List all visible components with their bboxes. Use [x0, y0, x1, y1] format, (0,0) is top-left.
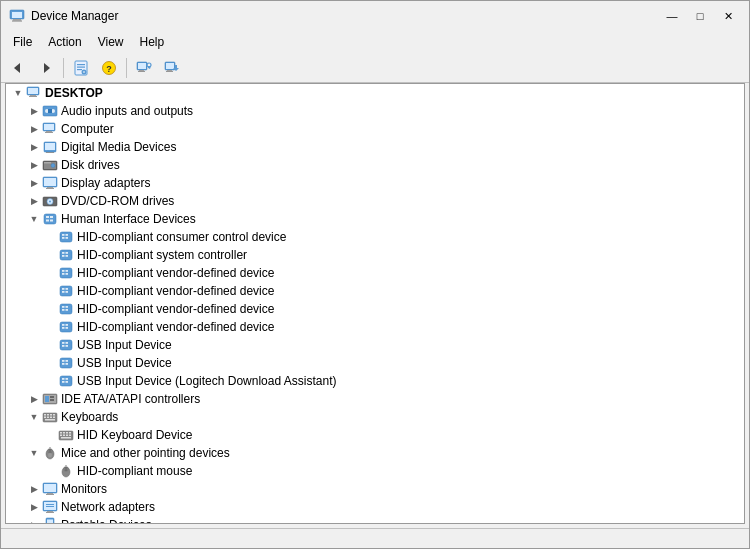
- window-title: Device Manager: [31, 9, 118, 23]
- menu-action[interactable]: Action: [40, 33, 89, 51]
- close-button[interactable]: ✕: [715, 7, 741, 25]
- tree-item-keyboards[interactable]: Keyboards: [6, 408, 744, 426]
- tree-item-hid-consumer[interactable]: HID-compliant consumer control device: [6, 228, 744, 246]
- tree-item-network[interactable]: Network adapters: [6, 498, 744, 516]
- usb-logitech-icon: [58, 373, 74, 389]
- tree-item-audio[interactable]: Audio inputs and outputs: [6, 102, 744, 120]
- tree-item-usb-input-1[interactable]: USB Input Device: [6, 336, 744, 354]
- hid-vendor-icon-2: [58, 283, 74, 299]
- status-bar: [1, 528, 749, 548]
- expand-ide[interactable]: [26, 391, 42, 407]
- tree-item-display[interactable]: Display adapters: [6, 174, 744, 192]
- svg-rect-77: [62, 309, 65, 311]
- svg-rect-51: [50, 216, 53, 218]
- digital-media-label: Digital Media Devices: [61, 140, 744, 154]
- tree-item-portable[interactable]: Portable Devices: [6, 516, 744, 524]
- disk-label: Disk drives: [61, 158, 744, 172]
- tree-item-mice[interactable]: Mice and other pointing devices: [6, 444, 744, 462]
- expand-desktop[interactable]: [10, 85, 26, 101]
- svg-rect-78: [66, 309, 69, 311]
- svg-rect-105: [44, 414, 46, 416]
- svg-rect-86: [66, 342, 69, 344]
- tree-item-dvd[interactable]: DVD/CD-ROM drives: [6, 192, 744, 210]
- device-manager-window: Device Manager — □ ✕ File Action View He…: [0, 0, 750, 549]
- svg-rect-45: [46, 188, 54, 189]
- tree-item-desktop[interactable]: DESKTOP: [6, 84, 744, 102]
- expand-computer[interactable]: [26, 121, 42, 137]
- svg-marker-5: [44, 63, 50, 73]
- tree-item-hid[interactable]: Human Interface Devices: [6, 210, 744, 228]
- tree-item-usb-input-logitech[interactable]: USB Input Device (Logitech Download Assi…: [6, 372, 744, 390]
- display-label: Display adapters: [61, 176, 744, 190]
- hid-system-label: HID-compliant system controller: [77, 248, 744, 262]
- hid-label: Human Interface Devices: [61, 212, 744, 226]
- menu-help[interactable]: Help: [132, 33, 173, 51]
- minimize-button[interactable]: —: [659, 7, 685, 25]
- svg-rect-75: [62, 306, 65, 308]
- usb-input-label-2: USB Input Device: [77, 356, 744, 370]
- tree-item-digital-media[interactable]: Digital Media Devices: [6, 138, 744, 156]
- expand-dvd[interactable]: [26, 193, 42, 209]
- tree-item-usb-input-2[interactable]: USB Input Device: [6, 354, 744, 372]
- expand-portable[interactable]: [26, 517, 42, 524]
- forward-button[interactable]: [33, 56, 59, 80]
- hid-vendor-icon-1: [58, 265, 74, 281]
- tree-item-hid-vendor-3[interactable]: HID-compliant vendor-defined device: [6, 300, 744, 318]
- tree-item-ide[interactable]: IDE ATA/ATAPI controllers: [6, 390, 744, 408]
- expand-digital-media[interactable]: [26, 139, 42, 155]
- menu-file[interactable]: File: [5, 33, 40, 51]
- svg-rect-52: [46, 220, 49, 222]
- svg-rect-37: [46, 152, 54, 153]
- tree-item-monitors[interactable]: Monitors: [6, 480, 744, 498]
- expand-monitors[interactable]: [26, 481, 42, 497]
- expand-disk[interactable]: [26, 157, 42, 173]
- hid-vendor-label-4: HID-compliant vendor-defined device: [77, 320, 744, 334]
- tree-item-disk[interactable]: Disk drives: [6, 156, 744, 174]
- hid-keyboard-label: HID Keyboard Device: [77, 428, 744, 442]
- tree-item-hid-vendor-2[interactable]: HID-compliant vendor-defined device: [6, 282, 744, 300]
- svg-rect-87: [62, 345, 65, 347]
- svg-rect-43: [44, 178, 56, 186]
- dvd-label: DVD/CD-ROM drives: [61, 194, 744, 208]
- svg-rect-36: [45, 143, 55, 150]
- svg-rect-98: [66, 381, 69, 383]
- scan-button[interactable]: [131, 56, 157, 80]
- svg-rect-41: [44, 162, 51, 164]
- svg-rect-56: [66, 234, 69, 236]
- device-tree[interactable]: DESKTOP Audio inputs and outputs: [5, 83, 745, 524]
- tree-item-hid-vendor-1[interactable]: HID-compliant vendor-defined device: [6, 264, 744, 282]
- hid-vendor-icon-4: [58, 319, 74, 335]
- disk-icon: [42, 157, 58, 173]
- svg-point-18: [147, 63, 151, 67]
- expand-audio[interactable]: [26, 103, 42, 119]
- expand-display[interactable]: [26, 175, 42, 191]
- svg-rect-20: [166, 63, 174, 69]
- svg-rect-139: [47, 511, 53, 512]
- help-button[interactable]: ?: [96, 56, 122, 80]
- expand-network[interactable]: [26, 499, 42, 515]
- update-button[interactable]: [159, 56, 185, 80]
- svg-rect-135: [47, 493, 53, 494]
- svg-rect-7: [77, 64, 85, 65]
- svg-rect-68: [66, 273, 69, 275]
- back-button[interactable]: [5, 56, 31, 80]
- svg-rect-136: [46, 494, 54, 495]
- expand-mice[interactable]: [26, 445, 42, 461]
- properties-button[interactable]: [68, 56, 94, 80]
- menu-view[interactable]: View: [90, 33, 132, 51]
- expand-hid[interactable]: [26, 211, 42, 227]
- svg-rect-11: [83, 71, 84, 72]
- tree-item-hid-vendor-4[interactable]: HID-compliant vendor-defined device: [6, 318, 744, 336]
- maximize-button[interactable]: □: [687, 7, 713, 25]
- svg-rect-119: [60, 435, 62, 437]
- tree-item-hid-keyboard[interactable]: HID Keyboard Device: [6, 426, 744, 444]
- tree-item-hid-system[interactable]: HID-compliant system controller: [6, 246, 744, 264]
- tree-item-computer[interactable]: Computer: [6, 120, 744, 138]
- tree-item-hid-mouse[interactable]: HID-compliant mouse: [6, 462, 744, 480]
- svg-rect-101: [45, 396, 49, 402]
- expand-keyboards[interactable]: [26, 409, 42, 425]
- svg-point-128: [48, 453, 52, 458]
- svg-marker-4: [14, 63, 20, 73]
- svg-rect-93: [66, 363, 69, 365]
- svg-rect-144: [47, 520, 53, 525]
